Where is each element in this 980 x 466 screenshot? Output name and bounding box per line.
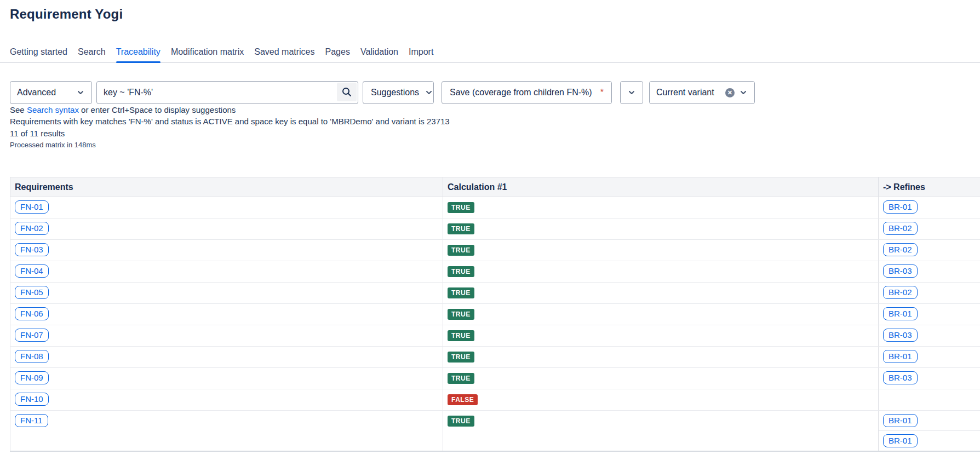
requirement-link-badge[interactable]: BR-02 (883, 222, 918, 235)
status-badge-true: TRUE (448, 309, 474, 320)
tab-validation[interactable]: Validation (360, 46, 398, 62)
calculation-cell: TRUE (443, 261, 879, 283)
save-options-button[interactable] (620, 81, 643, 104)
requirement-yogi-page: Requirement Yogi Getting startedSearchTr… (0, 0, 980, 466)
requirement-link-badge[interactable]: BR-02 (883, 243, 918, 256)
tab-import[interactable]: Import (409, 46, 433, 62)
refines-cell: BR-03 (879, 261, 980, 283)
status-badge-false: FALSE (448, 394, 478, 405)
requirement-link-badge[interactable]: BR-03 (883, 264, 918, 278)
requirement-link-badge[interactable]: BR-01 (883, 414, 918, 427)
table-row: FN-02TRUEBR-02 (10, 218, 980, 240)
requirement-link-badge[interactable]: FN-02 (15, 222, 49, 235)
refines-cell: BR-01 (879, 304, 980, 325)
syntax-hint: See Search syntax or enter Ctrl+Space to… (10, 105, 236, 114)
requirements-cell: FN-10 (10, 389, 443, 411)
requirement-link-badge[interactable]: BR-02 (883, 286, 918, 299)
calculation-cell: TRUE (443, 283, 879, 304)
requirement-link-badge[interactable]: FN-07 (15, 329, 49, 342)
table-row: FN-11TRUEBR-01 (10, 411, 980, 431)
tab-bar: Getting startedSearchTraceabilityModific… (0, 46, 980, 63)
requirement-link-badge[interactable]: FN-11 (15, 414, 48, 427)
requirement-link-badge[interactable]: BR-01 (883, 200, 918, 214)
save-matrix-button[interactable]: Save (coverage from children FN-%)* (442, 81, 612, 104)
table-row: FN-05TRUEBR-02 (10, 283, 980, 304)
tab-modification-matrix[interactable]: Modification matrix (171, 46, 244, 62)
calculation-cell: TRUE (443, 368, 879, 389)
calculation-cell: TRUE (443, 347, 879, 368)
table-row: FN-10FALSE (10, 389, 980, 411)
table-row: FN-01TRUEBR-01 (10, 197, 980, 218)
table-row: FN-09TRUEBR-03 (10, 368, 980, 389)
refines-cell: BR-01 (879, 431, 980, 452)
refines-cell: BR-02 (879, 218, 980, 240)
chevron-down-icon (739, 88, 748, 97)
tab-getting-started[interactable]: Getting started (10, 46, 67, 62)
status-badge-true: TRUE (448, 330, 474, 341)
search-syntax-link[interactable]: Search syntax (27, 105, 79, 114)
calculation-cell: FALSE (443, 389, 879, 411)
refines-cell (879, 389, 980, 411)
suggestions-label: Suggestions (371, 88, 419, 97)
search-toolbar: Advanced Suggestions Save (coverage from… (10, 81, 755, 104)
requirement-link-badge[interactable]: FN-09 (15, 371, 49, 384)
syntax-hint-prefix: See (10, 105, 25, 114)
refines-cell: BR-03 (879, 368, 980, 389)
requirement-link-badge[interactable]: FN-03 (15, 243, 49, 256)
requirement-link-badge[interactable]: FN-04 (15, 264, 49, 278)
tab-pages[interactable]: Pages (325, 46, 350, 62)
tab-saved-matrices[interactable]: Saved matrices (254, 46, 314, 62)
suggestions-button[interactable]: Suggestions (363, 81, 434, 104)
search-mode-select[interactable]: Advanced (10, 81, 92, 104)
search-button[interactable] (337, 83, 357, 101)
requirements-cell: FN-11 (10, 411, 443, 452)
column-header-refines: -> Refines (879, 177, 980, 197)
requirement-link-badge[interactable]: FN-06 (15, 307, 49, 320)
chevron-down-icon (76, 88, 85, 97)
requirement-link-badge[interactable]: FN-08 (15, 350, 49, 363)
requirements-cell: FN-06 (10, 304, 443, 325)
table-row: FN-06TRUEBR-01 (10, 304, 980, 325)
column-header-calculation: Calculation #1 (443, 177, 879, 197)
table-header-row: Requirements Calculation #1 -> Refines (10, 177, 980, 197)
calculation-cell: TRUE (443, 240, 879, 261)
tab-search[interactable]: Search (78, 46, 106, 62)
calculation-cell: TRUE (443, 411, 879, 452)
clear-variant-icon[interactable]: ✕ (725, 88, 735, 97)
refines-cell: BR-02 (879, 283, 980, 304)
search-field-wrap (96, 81, 358, 104)
chevron-down-icon (425, 88, 433, 97)
required-asterisk: * (600, 88, 604, 97)
table-row: FN-08TRUEBR-01 (10, 347, 980, 368)
requirement-link-badge[interactable]: BR-01 (883, 434, 918, 447)
requirement-link-badge[interactable]: BR-01 (883, 350, 918, 363)
traceability-matrix: Requirements Calculation #1 -> Refines F… (10, 177, 980, 452)
requirement-link-badge[interactable]: FN-01 (15, 200, 49, 214)
requirements-cell: FN-02 (10, 218, 443, 240)
table-row: FN-03TRUEBR-02 (10, 240, 980, 261)
requirement-link-badge[interactable]: FN-10 (15, 393, 49, 406)
requirement-link-badge[interactable]: BR-03 (883, 371, 918, 384)
requirement-link-badge[interactable]: BR-03 (883, 329, 918, 342)
refines-cell: BR-01 (879, 411, 980, 431)
save-matrix-label: Save (coverage from children FN-%) (450, 88, 592, 97)
status-badge-true: TRUE (448, 287, 474, 298)
requirement-link-badge[interactable]: BR-01 (883, 307, 918, 320)
status-badge-true: TRUE (448, 373, 474, 384)
calculation-cell: TRUE (443, 197, 879, 218)
requirements-cell: FN-04 (10, 261, 443, 283)
search-mode-value: Advanced (17, 88, 56, 97)
status-badge-true: TRUE (448, 245, 474, 256)
refines-cell: BR-03 (879, 325, 980, 347)
traceability-table: Requirements Calculation #1 -> Refines F… (10, 177, 980, 452)
tab-traceability[interactable]: Traceability (116, 46, 161, 62)
calculation-cell: TRUE (443, 218, 879, 240)
status-badge-true: TRUE (448, 416, 474, 427)
requirement-link-badge[interactable]: FN-05 (15, 286, 49, 299)
calculation-cell: TRUE (443, 325, 879, 347)
variant-select[interactable]: Current variant ✕ (649, 81, 755, 104)
search-input[interactable] (96, 81, 358, 104)
table-row: FN-04TRUEBR-03 (10, 261, 980, 283)
results-count: 11 of 11 results (10, 129, 65, 138)
calculation-cell: TRUE (443, 304, 879, 325)
